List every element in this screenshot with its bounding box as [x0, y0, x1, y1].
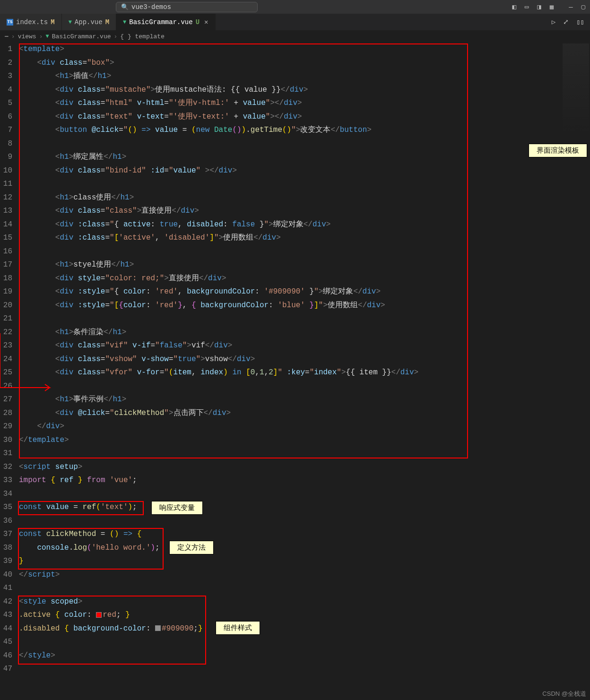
breadcrumb-item[interactable]: { } template [120, 33, 165, 40]
breadcrumb[interactable]: ⋯ › views › ▼ BasicGrammar.vue › { } tem… [0, 30, 590, 43]
tab-actions: ▷ ⤢ ▯▯ [552, 14, 590, 30]
panel-right-icon[interactable]: ◨ [537, 3, 541, 11]
annotation-label-style: 组件样式 [216, 621, 260, 635]
chevron-right-icon: › [11, 33, 15, 40]
typescript-icon: TS [7, 19, 13, 26]
run-icon[interactable]: ▷ [552, 18, 555, 26]
search-box[interactable]: 🔍 vue3-demos [116, 2, 258, 12]
chevron-right-icon: › [39, 33, 43, 40]
tab-untracked-status: U [196, 18, 200, 26]
more-icon[interactable]: ▯▯ [576, 18, 584, 26]
breadcrumb-item[interactable]: ⋯ [5, 33, 9, 40]
tab-label: index.ts [16, 18, 48, 26]
line-number-gutter: 1234567891011121314151617181920212223242… [0, 43, 19, 700]
breadcrumb-item[interactable]: BasicGrammar.vue [52, 33, 111, 40]
editor: 1234567891011121314151617181920212223242… [0, 43, 590, 700]
tab-modified-status: M [51, 18, 54, 26]
title-bar-right: ◧ ▭ ◨ ▦ — ▢ [512, 3, 585, 11]
editor-tabs: TS index.ts M ▼ App.vue M ▼ BasicGrammar… [0, 14, 590, 30]
tab-index-ts[interactable]: TS index.ts M [0, 14, 62, 30]
minimize-icon[interactable]: — [569, 3, 573, 11]
breadcrumb-item[interactable]: views [18, 33, 36, 40]
panel-left-icon[interactable]: ◧ [512, 3, 516, 11]
tab-label: BasicGrammar.vue [129, 18, 192, 26]
tab-modified-status: M [105, 18, 109, 26]
annotation-label-method: 定义方法 [169, 541, 214, 554]
vue-icon: ▼ [69, 19, 72, 26]
layout-grid-icon[interactable]: ▦ [550, 3, 554, 11]
panel-bottom-icon[interactable]: ▭ [525, 3, 529, 11]
split-editor-icon[interactable]: ⤢ [563, 18, 569, 26]
code-area[interactable]: <template> <div class="box"> <h1>插值</h1>… [19, 43, 590, 700]
vue-icon: ▼ [123, 19, 126, 26]
chevron-right-icon: › [114, 33, 118, 40]
title-bar: 🔍 vue3-demos ◧ ▭ ◨ ▦ — ▢ [0, 0, 590, 14]
maximize-icon[interactable]: ▢ [581, 3, 585, 11]
close-icon[interactable]: ✕ [204, 18, 208, 26]
tab-app-vue[interactable]: ▼ App.vue M [62, 14, 116, 30]
tab-label: App.vue [75, 18, 103, 26]
annotation-label-reactive: 响应式变量 [151, 501, 203, 515]
annotation-label-template: 界面渲染模板 [529, 144, 587, 157]
search-text: vue3-demos [131, 3, 171, 11]
watermark: CSDN @全栈道 [542, 690, 586, 698]
tab-basicgrammar-vue[interactable]: ▼ BasicGrammar.vue U ✕ [116, 14, 215, 30]
vue-icon: ▼ [45, 33, 49, 40]
search-icon: 🔍 [121, 3, 129, 11]
minimap[interactable] [563, 43, 589, 133]
